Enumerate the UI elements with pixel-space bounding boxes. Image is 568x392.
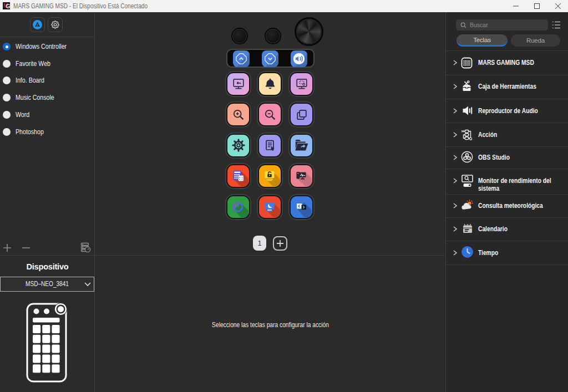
- svg-text:G: G: [6, 3, 11, 9]
